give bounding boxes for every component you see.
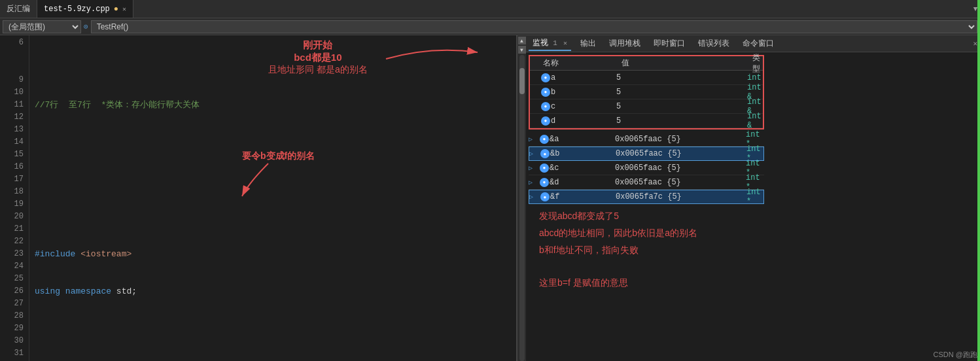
- header-value: 值: [621, 58, 752, 69]
- tab-source[interactable]: test-5.9zy.cpp ● ✕: [37, 0, 133, 18]
- pointer-rows: ▷ ● &a 0x0065faac {5} int * ▷ ● &b 0x006…: [529, 132, 764, 204]
- line-numbers: 6 9 10 11 12 13 14 15 16 17 18 19 20 21 …: [0, 35, 29, 361]
- var-name-b: b: [551, 88, 616, 97]
- code-line-8: [35, 173, 516, 186]
- var-name-a: a: [551, 73, 616, 82]
- immediate-tab[interactable]: 即时窗口: [650, 37, 689, 50]
- command-tab[interactable]: 命令窗口: [739, 37, 778, 50]
- row-icon-addr-d: ●: [539, 178, 550, 187]
- annotation-bottom-5: 这里b=f 是赋值的意思: [539, 277, 967, 289]
- output-tab[interactable]: 输出: [576, 37, 600, 50]
- row-icon-addr-a: ●: [539, 135, 550, 144]
- watch-row-addr-d: ▷ ● &d 0x0065faac {5} int *: [529, 175, 764, 190]
- tab-disassembly[interactable]: 反汇编: [0, 0, 37, 18]
- var-type-addr-f: int *: [746, 188, 763, 206]
- var-val-d: 5: [616, 116, 747, 126]
- scroll-down-button[interactable]: ▼: [518, 46, 526, 54]
- code-line-6: //7行 至7行 *类体：存小能行帮大关体: [35, 99, 516, 111]
- code-content: //7行 至7行 *类体：存小能行帮大关体 #include <iostream…: [29, 35, 516, 361]
- watch-row-c: ● c 5 int &: [530, 99, 763, 114]
- watch-row-addr-c: ▷ ● &c 0x0065faac {5} int *: [529, 161, 764, 175]
- row-icon-a: ●: [540, 73, 551, 82]
- annotation-area: 发现abcd都变成了5 abcd的地址相同，因此b依旧是a的别名 b和f地址不同…: [526, 204, 980, 361]
- watch-panel-container: 名称 值 类型 ● a 5 int ● b 5 int &: [526, 52, 980, 361]
- var-name-addr-f: &f: [550, 192, 616, 201]
- var-val-a: 5: [616, 73, 747, 82]
- var-name-addr-c: &c: [550, 163, 615, 173]
- header-name: 名称: [530, 58, 621, 69]
- watch-row-addr-b: ▷ ● &b 0x0065faac {5} int *: [529, 146, 764, 161]
- watch-table-highlighted: 名称 值 类型 ● a 5 int ● b 5 int &: [529, 55, 764, 129]
- scope-select[interactable]: (全局范围): [3, 20, 81, 33]
- row-icon-addr-c: ●: [539, 163, 550, 173]
- scroll-thumb[interactable]: [519, 68, 525, 94]
- var-name-addr-a: &a: [550, 135, 615, 144]
- var-type-a: int: [747, 73, 763, 82]
- code-line-12: [35, 322, 516, 335]
- dirty-indicator: ●: [114, 5, 118, 14]
- var-name-d: d: [551, 116, 616, 126]
- annotation-bottom-2: abcd的地址相同，因此b依旧是a的别名: [539, 228, 967, 239]
- expand-icon-addr-d[interactable]: ▷: [529, 179, 539, 186]
- watch-row-b: ● b 5 int &: [530, 85, 763, 99]
- watch-row-d: ● d 5 int &: [530, 114, 763, 128]
- var-name-addr-d: &d: [550, 178, 615, 187]
- annotation-bottom-4: [539, 262, 967, 272]
- watch-row-addr-a: ▷ ● &a 0x0065faac {5} int *: [529, 132, 764, 146]
- row-icon-addr-f: ●: [540, 192, 550, 201]
- scroll-track[interactable]: [519, 55, 525, 361]
- tab-disassembly-label: 反汇编: [7, 3, 30, 14]
- watch-row-a: ● a 5 int: [530, 71, 763, 85]
- code-line-7: [35, 136, 516, 148]
- watch-tab-close[interactable]: ✕: [563, 40, 567, 47]
- watch-tabs: 监视 1 ✕ 输出 调用堆栈 即时窗口 错误列表 命令窗口 ✕: [526, 35, 980, 52]
- var-val-addr-f: 0x0065fa7c {5}: [616, 192, 746, 201]
- title-bar: 反汇编 test-5.9zy.cpp ● ✕ ▼: [0, 0, 980, 18]
- var-val-addr-d: 0x0065faac {5}: [615, 178, 746, 187]
- func-icon: ⊙: [84, 22, 88, 31]
- var-name-c: c: [551, 102, 616, 111]
- annotation-bottom-3: b和f地址不同，指向失败: [539, 245, 967, 256]
- row-icon-b: ●: [540, 88, 551, 97]
- code-area[interactable]: 6 9 10 11 12 13 14 15 16 17 18 19 20 21 …: [0, 35, 516, 361]
- code-line-10: #include <iostream>: [35, 248, 516, 260]
- expand-icon-addr-b[interactable]: ▷: [529, 150, 540, 158]
- var-val-addr-c: 0x0065faac {5}: [615, 163, 746, 173]
- row-icon-d: ●: [540, 116, 551, 126]
- panel-close-button[interactable]: ✕: [973, 39, 977, 48]
- var-type-d: int &: [747, 112, 763, 130]
- code-line-9: [35, 211, 516, 223]
- var-val-b: 5: [616, 88, 747, 97]
- main-content: 6 9 10 11 12 13 14 15 16 17 18 19 20 21 …: [0, 35, 980, 361]
- watch-tab-1[interactable]: 监视 1 ✕: [529, 36, 571, 51]
- code-line-11: using namespace std;: [35, 285, 516, 298]
- header-type: 类型: [752, 52, 763, 75]
- errors-tab[interactable]: 错误列表: [694, 37, 733, 50]
- row-icon-c: ●: [540, 102, 551, 111]
- row-icon-addr-b: ●: [540, 149, 550, 158]
- middle-scrollbar[interactable]: ▲ ▼: [517, 35, 526, 361]
- callstack-tab[interactable]: 调用堆栈: [605, 37, 644, 50]
- var-val-addr-b: 0x0065faac {5}: [616, 149, 746, 158]
- scroll-up-button[interactable]: ▲: [518, 37, 526, 44]
- right-panel: 监视 1 ✕ 输出 调用堆栈 即时窗口 错误列表 命令窗口 ✕ 名称 值 类型: [526, 35, 980, 361]
- annotation-bottom-1: 发现abcd都变成了5: [539, 211, 967, 222]
- var-val-c: 5: [616, 102, 747, 111]
- tab-close-button[interactable]: ✕: [122, 5, 126, 13]
- var-name-addr-b: &b: [550, 149, 616, 158]
- expand-icon-addr-f[interactable]: ▷: [529, 193, 540, 201]
- expand-icon-addr-a[interactable]: ▷: [529, 135, 539, 143]
- watch-row-addr-f: ▷ ● &f 0x0065fa7c {5} int *: [529, 190, 764, 204]
- func-select[interactable]: TestRef(): [91, 20, 977, 33]
- toolbar: (全局范围) ⊙ TestRef(): [0, 18, 980, 35]
- var-val-addr-a: 0x0065faac {5}: [615, 135, 746, 144]
- editor-panel: 6 9 10 11 12 13 14 15 16 17 18 19 20 21 …: [0, 35, 517, 361]
- expand-icon-addr-c[interactable]: ▷: [529, 164, 539, 172]
- watch-table-header: 名称 值 类型: [530, 56, 763, 71]
- tab-source-label: test-5.9zy.cpp: [44, 5, 110, 14]
